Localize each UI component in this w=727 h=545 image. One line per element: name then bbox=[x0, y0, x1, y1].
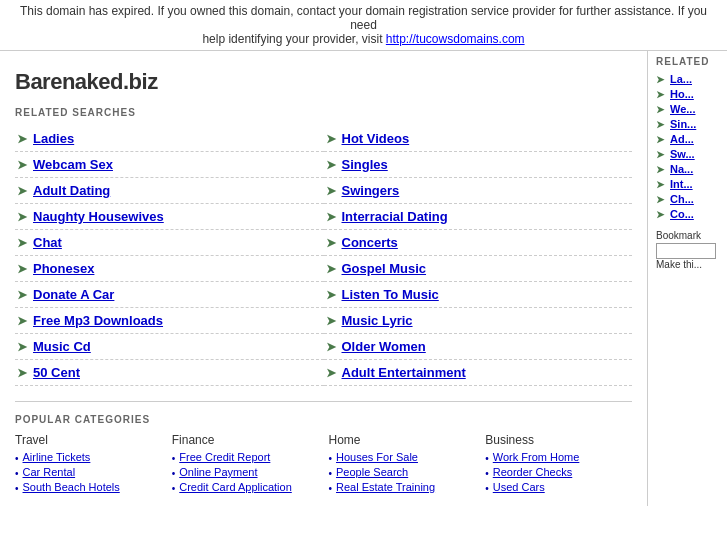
search-link[interactable]: Interracial Dating bbox=[342, 209, 448, 224]
sidebar-link-item: ➤Ch... bbox=[656, 193, 719, 205]
arrow-icon: ➤ bbox=[326, 236, 336, 250]
popular-link[interactable]: Airline Tickets bbox=[23, 451, 91, 463]
sidebar-link[interactable]: Co... bbox=[670, 208, 694, 220]
arrow-icon: ➤ bbox=[326, 158, 336, 172]
search-link[interactable]: Phonesex bbox=[33, 261, 94, 276]
sidebar-link[interactable]: Ho... bbox=[670, 88, 694, 100]
popular-link[interactable]: South Beach Hotels bbox=[23, 481, 120, 493]
search-link-item: ➤Naughty Housewives bbox=[15, 204, 324, 230]
popular-link[interactable]: Online Payment bbox=[179, 466, 257, 478]
popular-link-item: •Work From Home bbox=[485, 451, 632, 464]
popular-col: Travel•Airline Tickets•Car Rental•South … bbox=[15, 433, 162, 496]
popular-col-title: Business bbox=[485, 433, 632, 447]
bullet-icon: • bbox=[172, 468, 176, 479]
popular-link-item: •Used Cars bbox=[485, 481, 632, 494]
banner-link[interactable]: http://tucowsdomains.com bbox=[386, 32, 525, 46]
sidebar-arrow-icon: ➤ bbox=[656, 164, 664, 175]
bullet-icon: • bbox=[329, 483, 333, 494]
sidebar-link-item: ➤Ad... bbox=[656, 133, 719, 145]
bookmark-text2: Make thi... bbox=[656, 259, 719, 270]
sidebar-link-item: ➤Int... bbox=[656, 178, 719, 190]
popular-col: Business•Work From Home•Reorder Checks•U… bbox=[485, 433, 632, 496]
sidebar-arrow-icon: ➤ bbox=[656, 149, 664, 160]
search-link[interactable]: Hot Videos bbox=[342, 131, 410, 146]
search-link-item: ➤Donate A Car bbox=[15, 282, 324, 308]
popular-col: Home•Houses For Sale•People Search•Real … bbox=[329, 433, 476, 496]
arrow-icon: ➤ bbox=[326, 314, 336, 328]
popular-link[interactable]: Reorder Checks bbox=[493, 466, 572, 478]
popular-link-item: •Credit Card Application bbox=[172, 481, 319, 494]
sidebar-link[interactable]: Sw... bbox=[670, 148, 695, 160]
arrow-icon: ➤ bbox=[326, 262, 336, 276]
sidebar-link[interactable]: We... bbox=[670, 103, 695, 115]
arrow-icon: ➤ bbox=[17, 340, 27, 354]
arrow-icon: ➤ bbox=[17, 262, 27, 276]
search-link[interactable]: Gospel Music bbox=[342, 261, 427, 276]
bullet-icon: • bbox=[329, 468, 333, 479]
search-links-col1: ➤Ladies➤Webcam Sex➤Adult Dating➤Naughty … bbox=[15, 126, 324, 386]
sidebar-link-item: ➤Co... bbox=[656, 208, 719, 220]
popular-link-item: •Reorder Checks bbox=[485, 466, 632, 479]
search-link[interactable]: Concerts bbox=[342, 235, 398, 250]
right-sidebar: RELATED ➤La...➤Ho...➤We...➤Sin...➤Ad...➤… bbox=[647, 51, 727, 506]
search-link[interactable]: Music Lyric bbox=[342, 313, 413, 328]
banner-text1: This domain has expired. If you owned th… bbox=[20, 4, 707, 32]
popular-link[interactable]: People Search bbox=[336, 466, 408, 478]
search-link[interactable]: Older Women bbox=[342, 339, 426, 354]
search-link-item: ➤Music Cd bbox=[15, 334, 324, 360]
banner-text2: help identifying your provider, visit bbox=[202, 32, 385, 46]
search-link-item: ➤Free Mp3 Downloads bbox=[15, 308, 324, 334]
sidebar-link[interactable]: Ad... bbox=[670, 133, 694, 145]
section-divider bbox=[15, 401, 632, 402]
search-link-item: ➤Phonesex bbox=[15, 256, 324, 282]
popular-link[interactable]: Used Cars bbox=[493, 481, 545, 493]
search-link[interactable]: Chat bbox=[33, 235, 62, 250]
search-link[interactable]: Listen To Music bbox=[342, 287, 439, 302]
search-link[interactable]: Singles bbox=[342, 157, 388, 172]
arrow-icon: ➤ bbox=[326, 210, 336, 224]
sidebar-link[interactable]: Ch... bbox=[670, 193, 694, 205]
bullet-icon: • bbox=[485, 453, 489, 464]
popular-link[interactable]: Free Credit Report bbox=[179, 451, 270, 463]
search-link[interactable]: Webcam Sex bbox=[33, 157, 113, 172]
sidebar-link[interactable]: La... bbox=[670, 73, 692, 85]
sidebar-link[interactable]: Int... bbox=[670, 178, 693, 190]
sidebar-link-item: ➤La... bbox=[656, 73, 719, 85]
sidebar-link-item: ➤Sin... bbox=[656, 118, 719, 130]
search-link[interactable]: Naughty Housewives bbox=[33, 209, 164, 224]
search-link[interactable]: Adult Entertainment bbox=[342, 365, 466, 380]
search-link[interactable]: Music Cd bbox=[33, 339, 91, 354]
sidebar-link[interactable]: Na... bbox=[670, 163, 693, 175]
search-link-item: ➤Ladies bbox=[15, 126, 324, 152]
related-searches-label: RELATED SEARCHES bbox=[15, 107, 632, 118]
search-link[interactable]: 50 Cent bbox=[33, 365, 80, 380]
bullet-icon: • bbox=[485, 468, 489, 479]
popular-link[interactable]: Real Estate Training bbox=[336, 481, 435, 493]
popular-link-item: •Real Estate Training bbox=[329, 481, 476, 494]
popular-link-item: •People Search bbox=[329, 466, 476, 479]
arrow-icon: ➤ bbox=[17, 210, 27, 224]
site-title: Barenaked.biz bbox=[15, 69, 632, 95]
search-link[interactable]: Donate A Car bbox=[33, 287, 114, 302]
sidebar-link[interactable]: Sin... bbox=[670, 118, 696, 130]
arrow-icon: ➤ bbox=[17, 132, 27, 146]
search-link[interactable]: Adult Dating bbox=[33, 183, 110, 198]
search-link-item: ➤Singles bbox=[324, 152, 633, 178]
bullet-icon: • bbox=[15, 468, 19, 479]
sidebar-arrow-icon: ➤ bbox=[656, 179, 664, 190]
search-links-grid: ➤Ladies➤Webcam Sex➤Adult Dating➤Naughty … bbox=[15, 126, 632, 386]
popular-link[interactable]: Credit Card Application bbox=[179, 481, 292, 493]
popular-categories-grid: Travel•Airline Tickets•Car Rental•South … bbox=[15, 433, 632, 496]
sidebar-arrow-icon: ➤ bbox=[656, 119, 664, 130]
popular-link[interactable]: Work From Home bbox=[493, 451, 580, 463]
bookmark-input[interactable] bbox=[656, 243, 716, 259]
search-link[interactable]: Free Mp3 Downloads bbox=[33, 313, 163, 328]
search-link[interactable]: Swingers bbox=[342, 183, 400, 198]
popular-link[interactable]: Car Rental bbox=[23, 466, 76, 478]
search-link[interactable]: Ladies bbox=[33, 131, 74, 146]
sidebar-arrow-icon: ➤ bbox=[656, 89, 664, 100]
arrow-icon: ➤ bbox=[326, 288, 336, 302]
popular-link[interactable]: Houses For Sale bbox=[336, 451, 418, 463]
sidebar-arrow-icon: ➤ bbox=[656, 134, 664, 145]
bookmark-section: Bookmark Make thi... bbox=[656, 230, 719, 270]
